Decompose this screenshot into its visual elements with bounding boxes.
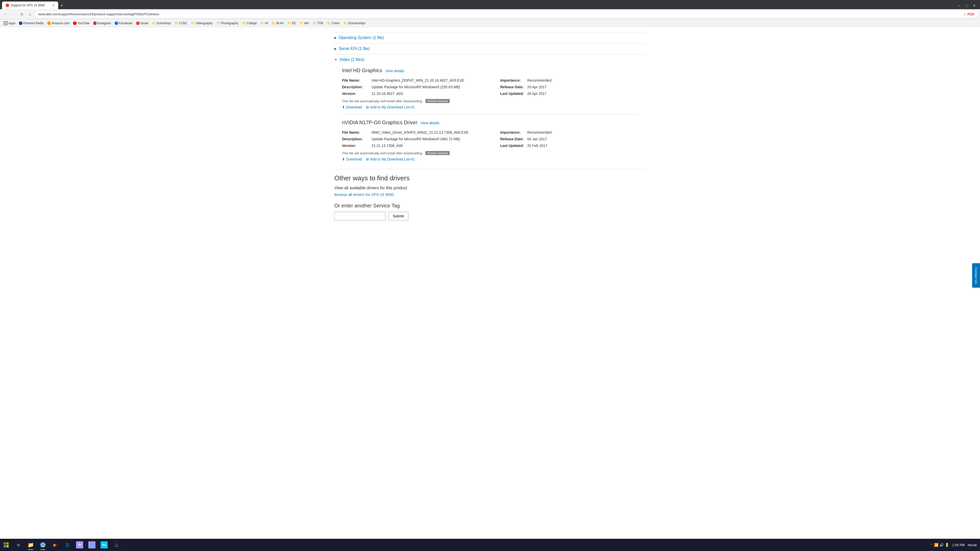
section-os-header[interactable]: ▶ Operating System (1 file)	[334, 32, 646, 43]
bookmark-lcnc[interactable]: 📁 LCNC	[173, 21, 189, 25]
nvidia-download-link[interactable]: ⬇ Download	[342, 157, 362, 161]
release-date-label: Release Date:	[500, 85, 526, 89]
bookmark-tok[interactable]: 📁 TOK	[311, 21, 325, 25]
last-updated-label: Last Updated:	[500, 92, 526, 96]
nvidia-file-name-value: 9560_Video_Driver_K5HF9_WN32_21.21.13.73…	[372, 130, 469, 135]
gmail-icon	[136, 21, 140, 25]
description-value: Update Package for Microsoft® Windows® (…	[372, 85, 460, 89]
last-updated-value: 26 Apr 2017	[527, 92, 547, 96]
release-date-value: 20 Apr 2017	[527, 85, 547, 89]
bookmark-schooloop[interactable]: 📁 Schooloop	[150, 21, 172, 25]
address-bar[interactable]: www.dell.com/support/home/us/en/19/produ…	[35, 11, 978, 18]
intel-action-links: ⬇ Download ⊞ Add to My Download List-#1	[342, 105, 638, 109]
folder-icon: 📁	[313, 21, 317, 25]
version-row: Version: 21.20.16.4627 ,A03	[342, 91, 490, 97]
bookmark-photography[interactable]: 📁 Photography	[215, 21, 240, 25]
description-label: Description:	[342, 85, 370, 89]
bookmark-ee[interactable]: 📁 EE	[286, 21, 298, 25]
active-tab[interactable]: Support for XPS 15 9560 ✕	[2, 2, 58, 9]
nvidia-last-updated-value: 20 Feb 2017	[527, 144, 547, 148]
folder-icon: 📁	[175, 21, 178, 25]
bookmark-hi[interactable]: 📁 HI	[259, 21, 269, 25]
back-button[interactable]: ←	[2, 11, 9, 18]
bookmark-scholarships[interactable]: 📁 Scholarships	[342, 21, 367, 25]
pdf-icon[interactable]: PDF	[967, 12, 975, 16]
bookmark-pandora[interactable]: Pandora Radio	[18, 21, 45, 25]
nvidia-self-install-row: This file will automatically self-instal…	[342, 151, 638, 155]
apps-label: Apps	[8, 21, 15, 25]
view-details-link-intel[interactable]: View details	[385, 69, 404, 73]
home-button[interactable]: ⌂	[27, 11, 34, 18]
section-video-header[interactable]: ▼ Video (2 files)	[334, 54, 646, 65]
nvidia-download-label: Download	[346, 157, 362, 161]
bookmark-college[interactable]: 📁 College	[240, 21, 259, 25]
apps-bookmark[interactable]: Apps	[2, 21, 17, 26]
view-details-link-nvidia[interactable]: View details	[421, 121, 439, 125]
submit-button[interactable]: Submit	[388, 212, 408, 221]
file-name-label: File Name:	[342, 78, 370, 83]
version-value: 21.20.16.4627 ,A03	[372, 92, 403, 96]
bookmark-instagram[interactable]: Instagram	[92, 21, 113, 25]
section-sata: ▶ Serial ATA (1 file)	[334, 43, 646, 54]
bookmark-chem[interactable]: 📁 Chem	[325, 21, 341, 25]
driver-intel-hd: Intel HD Graphics View details File Name…	[334, 65, 646, 114]
bookmark-videography[interactable]: 📁 Videography	[189, 21, 214, 25]
driver-intel-details: File Name: Intel-HD-Graphics_DDP4T_WIN_2…	[342, 78, 638, 97]
bookmark-facebook[interactable]: Facebook	[113, 21, 134, 25]
description-row: Description: Update Package for Microsof…	[342, 84, 490, 90]
bookmark-ibart[interactable]: 📁 IB Art	[270, 21, 285, 25]
self-install-row: This file will automatically self-instal…	[342, 99, 638, 103]
reload-button[interactable]: ↻	[18, 11, 25, 18]
nvidia-importance-row: Importance: Recommended	[500, 130, 638, 135]
intel-add-list-link[interactable]: ⊞ Add to My Download List-#1	[366, 105, 415, 109]
bookmark-youtube[interactable]: YouTube	[72, 21, 91, 25]
bookmark-star-icon[interactable]: ☆	[963, 12, 966, 16]
folder-icon: 📁	[242, 21, 246, 25]
bookmark-amazon[interactable]: Amazon.com	[46, 21, 71, 25]
facebook-icon	[115, 21, 118, 25]
section-os: ▶ Operating System (1 file)	[334, 32, 646, 43]
folder-icon: 📁	[343, 21, 347, 25]
minimize-button[interactable]: ─	[956, 3, 963, 8]
new-tab-button[interactable]: +	[58, 2, 65, 9]
driver-nvidia-name: nVIDIA N17P-G0 Graphics Driver	[342, 120, 417, 125]
nvidia-version-label: Version:	[342, 144, 370, 148]
restart-badge: Restart required	[425, 99, 450, 103]
folder-icon: 📁	[191, 21, 195, 25]
close-button[interactable]: ✕	[971, 3, 978, 8]
importance-value: Recommended	[527, 78, 552, 83]
bookmark-wa[interactable]: 📁 WA	[298, 21, 310, 25]
nvidia-importance-value: Recommended	[527, 130, 552, 135]
maximize-button[interactable]: □	[963, 3, 970, 8]
nvidia-add-icon: ⊞	[366, 157, 369, 161]
service-tag-section: Or enter another Service Tag Submit	[334, 203, 646, 221]
driver-intel-name: Intel HD Graphics	[342, 68, 382, 73]
page-main: ▶ Operating System (1 file) ▶ Serial ATA…	[324, 27, 656, 241]
tab-close-icon[interactable]: ✕	[52, 4, 55, 7]
folder-icon: 📁	[272, 21, 275, 25]
nvidia-last-updated-label: Last Updated:	[500, 144, 526, 148]
nvidia-importance-label: Importance:	[500, 130, 526, 135]
section-video: ▼ Video (2 files) Intel HD Graphics View…	[334, 54, 646, 166]
browse-all-link[interactable]: Browse all drivers for XPS 15 9560	[334, 192, 394, 197]
nvidia-release-date-label: Release Date:	[500, 137, 526, 141]
tab-bar: Support for XPS 15 9560 ✕ + ─ □ ✕	[0, 0, 980, 9]
service-tag-title: Or enter another Service Tag	[334, 203, 646, 209]
folder-icon: 📁	[216, 21, 220, 25]
forward-button[interactable]: →	[10, 11, 18, 18]
nvidia-version-value: 21.21.13.7306 ,A00	[372, 144, 403, 148]
youtube-icon	[73, 21, 76, 25]
service-tag-input[interactable]	[334, 212, 385, 221]
tab-favicon	[6, 3, 9, 7]
nvidia-add-list-link[interactable]: ⊞ Add to My Download List-#1	[366, 157, 415, 161]
nvidia-file-name-label: File Name:	[342, 130, 370, 135]
intel-download-link[interactable]: ⬇ Download	[342, 105, 362, 109]
driver-nvidia-title-row: nVIDIA N17P-G0 Graphics Driver View deta…	[342, 120, 638, 125]
other-ways-section: Other ways to find drivers View all avai…	[334, 174, 646, 221]
section-sata-header[interactable]: ▶ Serial ATA (1 file)	[334, 43, 646, 54]
nvidia-description-value: Update Package for Microsoft® Windows® (…	[372, 137, 460, 141]
bookmark-gmail[interactable]: Gmail	[135, 21, 150, 25]
intel-download-label: Download	[346, 105, 362, 109]
importance-row: Importance: Recommended	[500, 78, 638, 83]
other-ways-title: Other ways to find drivers	[334, 174, 646, 182]
